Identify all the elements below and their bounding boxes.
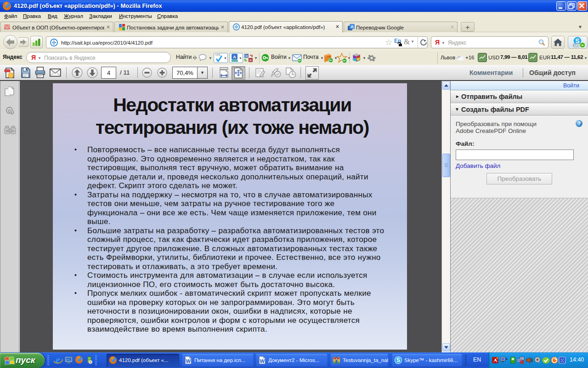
svg-text:A: A: [233, 55, 236, 59]
svg-text:Я: Я: [245, 54, 248, 58]
svg-text:123: 123: [574, 44, 579, 47]
svg-text:S: S: [396, 357, 400, 363]
svg-text:W: W: [260, 358, 265, 364]
svg-text:A: A: [351, 24, 354, 29]
svg-text:W: W: [186, 358, 191, 364]
svg-text:R: R: [249, 58, 252, 63]
